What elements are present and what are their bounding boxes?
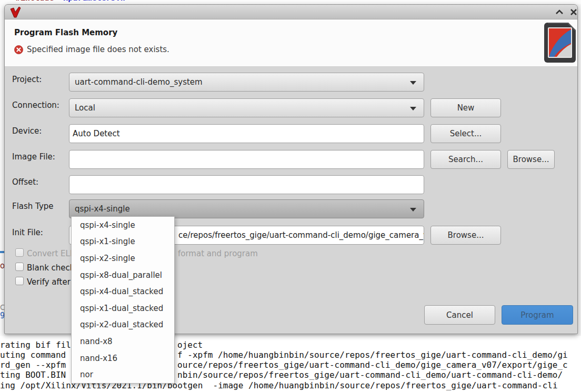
dropdown-option[interactable]: qspi-x1-dual_stacked bbox=[72, 300, 174, 317]
dropdown-option[interactable]: nor bbox=[72, 366, 174, 383]
project-label: Project: bbox=[12, 75, 42, 84]
offset-label: Offset: bbox=[12, 177, 38, 187]
error-message: Specified image file does not exists. bbox=[27, 45, 169, 54]
console-line: oject bbox=[177, 340, 203, 350]
chevron-down-icon bbox=[410, 81, 416, 85]
editor-code-line: #include "xparameters.h" bbox=[16, 0, 130, 3]
dialog-titlebar[interactable] bbox=[5, 5, 577, 19]
dialog-header: Program Flash Memory Specified image fil… bbox=[5, 19, 577, 67]
flash-type-combobox[interactable]: qspi-x4-single bbox=[69, 199, 424, 218]
editor-top-sliver: #include "xparameters.h" bbox=[0, 0, 581, 4]
browse-init-file-button[interactable]: Browse... bbox=[430, 226, 501, 245]
console-line: rating bif fil bbox=[0, 340, 71, 350]
browse-image-button[interactable]: Browse... bbox=[507, 150, 555, 169]
cancel-button[interactable]: Cancel bbox=[424, 305, 495, 325]
program-button[interactable]: Program bbox=[502, 305, 573, 325]
device-label: Device: bbox=[12, 126, 42, 136]
init-file-label: Init File: bbox=[12, 228, 43, 237]
convert-elf-checkbox bbox=[15, 248, 24, 257]
connection-label: Connection: bbox=[12, 100, 59, 110]
dropdown-option[interactable]: qspi-x4-dual_stacked bbox=[72, 283, 174, 300]
console-line: ting BOOT.BIN bbox=[0, 370, 71, 380]
dropdown-option[interactable]: qspi-x2-dual_stacked bbox=[72, 317, 174, 334]
chevron-down-icon bbox=[410, 107, 416, 110]
select-device-button[interactable]: Select... bbox=[430, 124, 501, 143]
code-string: "xparameters.h" bbox=[54, 0, 130, 3]
flash-type-dropdown-list: qspi-x4-single qspi-x1-single qspi-x2-si… bbox=[71, 216, 175, 384]
new-connection-button[interactable]: New bbox=[430, 98, 501, 117]
project-combobox[interactable]: uart-command-cli-demo_system bbox=[69, 73, 424, 92]
dropdown-option[interactable]: qspi-x4-single bbox=[72, 217, 174, 234]
flash-type-label: Flash Type bbox=[12, 202, 54, 211]
image-file-label: Image File: bbox=[12, 152, 55, 162]
search-button[interactable]: Search... bbox=[430, 150, 501, 169]
flash-memory-card-icon bbox=[544, 22, 576, 64]
console-line: f -xpfm /home/huangbinbin/source/repos/f… bbox=[177, 350, 568, 360]
chevron-up-icon[interactable] bbox=[555, 9, 564, 15]
dropdown-option[interactable]: qspi-x1-single bbox=[72, 234, 174, 250]
connection-combobox[interactable]: Local bbox=[69, 98, 424, 117]
verify-after-flash-checkbox[interactable] bbox=[15, 277, 24, 285]
flash-type-value: qspi-x4-single bbox=[75, 204, 130, 214]
image-file-input[interactable] bbox=[69, 150, 424, 169]
console-line: uting command bbox=[0, 350, 71, 360]
blank-check-checkbox[interactable] bbox=[15, 263, 24, 271]
close-icon[interactable] bbox=[570, 8, 577, 16]
xilinx-logo-icon bbox=[9, 6, 22, 18]
dialog-title: Program Flash Memory bbox=[14, 28, 117, 37]
dropdown-option[interactable]: nand-x16 bbox=[72, 350, 174, 367]
console-line: rd_gen --xpfm bbox=[0, 360, 71, 370]
dropdown-option[interactable]: qspi-x8-dual_parallel bbox=[72, 267, 174, 284]
dropdown-option[interactable]: qspi-x2-single bbox=[72, 250, 174, 267]
console-line: nbin/source/repos/freertos_gige/uart-com… bbox=[177, 370, 563, 380]
code-directive: #include bbox=[16, 0, 54, 3]
error-icon bbox=[14, 45, 23, 54]
error-message-row: Specified image file does not exists. bbox=[14, 45, 169, 54]
project-value: uart-command-cli-demo_system bbox=[75, 77, 203, 87]
chevron-down-icon bbox=[410, 208, 416, 212]
dropdown-option[interactable]: nand-x8 bbox=[72, 333, 174, 350]
connection-value: Local bbox=[75, 103, 95, 113]
console-line: ource/repos/freertos_gige/uart-command-c… bbox=[177, 360, 568, 370]
device-input[interactable] bbox=[69, 124, 424, 143]
init-file-value-right: ce/repos/freertos_gige/uart-command-cli_… bbox=[178, 230, 424, 240]
offset-input[interactable] bbox=[69, 175, 424, 194]
convert-elf-label-right: format and program bbox=[178, 249, 258, 258]
